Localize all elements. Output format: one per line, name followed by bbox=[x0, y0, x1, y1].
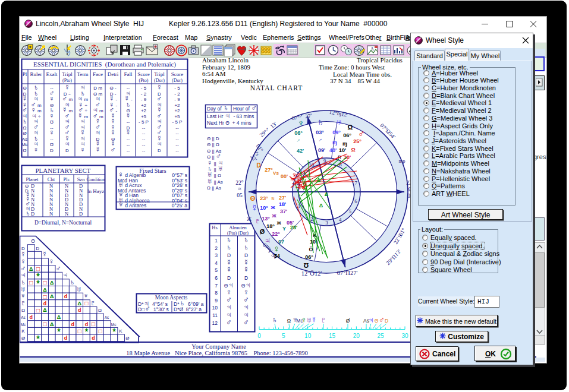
svg-text:+5: +5 bbox=[141, 114, 147, 119]
svg-text:10: 10 bbox=[212, 305, 218, 311]
svg-text:d: d bbox=[64, 335, 68, 341]
svg-text:25: 25 bbox=[378, 333, 385, 339]
svg-text:Ж: Ж bbox=[271, 213, 276, 219]
svg-text:09°: 09° bbox=[332, 129, 341, 135]
svg-text:--: -- bbox=[50, 137, 54, 142]
svg-text:27°: 27° bbox=[265, 167, 273, 173]
svg-text:♅: ♅ bbox=[335, 116, 342, 127]
svg-text:25°: 25° bbox=[353, 138, 361, 144]
svg-text:18°: 18° bbox=[266, 223, 275, 229]
svg-text:K: K bbox=[119, 328, 122, 334]
svg-text:40': 40' bbox=[329, 147, 337, 153]
svg-text:☿: ☿ bbox=[251, 203, 258, 213]
svg-text:♀: ♀ bbox=[49, 94, 54, 103]
svg-text:☿: ☿ bbox=[64, 83, 70, 91]
svg-text:--: -- bbox=[127, 119, 130, 125]
svg-text:Exalt: Exalt bbox=[46, 71, 58, 77]
svg-text:♀: ♀ bbox=[33, 146, 39, 154]
svg-text:D: D bbox=[50, 148, 54, 153]
svg-text:06°: 06° bbox=[305, 254, 313, 260]
svg-text:NATAL CHART: NATAL CHART bbox=[250, 84, 303, 91]
svg-text:Mc: Mc bbox=[111, 323, 117, 327]
svg-text:*: * bbox=[57, 327, 61, 336]
svg-text:≈: ≈ bbox=[238, 186, 241, 192]
svg-text:N: N bbox=[65, 211, 68, 217]
svg-text:7: 7 bbox=[215, 283, 218, 289]
svg-text:Ʊ: Ʊ bbox=[50, 119, 54, 125]
svg-text:D: D bbox=[158, 148, 161, 153]
svg-text:Term: Term bbox=[77, 71, 89, 77]
svg-text:□: □ bbox=[43, 279, 47, 286]
svg-text:☿: ☿ bbox=[125, 112, 131, 120]
svg-text:♂: ♂ bbox=[358, 128, 365, 138]
svg-text:Hs: Hs bbox=[212, 225, 217, 230]
svg-text:5: 5 bbox=[215, 267, 218, 273]
svg-text:D m: D m bbox=[93, 86, 102, 91]
svg-text:N: N bbox=[49, 211, 53, 217]
svg-text:☿: ☿ bbox=[311, 315, 317, 324]
svg-text:Face: Face bbox=[93, 71, 103, 77]
svg-text:D: D bbox=[65, 148, 69, 153]
svg-text:□: □ bbox=[36, 307, 40, 314]
svg-text:♇: ♇ bbox=[254, 216, 261, 226]
svg-text:Δ: Δ bbox=[57, 314, 61, 320]
svg-text:Score: Score bbox=[137, 71, 150, 77]
svg-text:D=Diurnal, N=Nocturnal: D=Diurnal, N=Nocturnal bbox=[34, 220, 92, 226]
svg-text:37': 37' bbox=[280, 208, 287, 214]
svg-text:Score: Score bbox=[171, 71, 184, 77]
svg-text:6: 6 bbox=[354, 198, 357, 204]
svg-text:□: □ bbox=[29, 279, 33, 286]
svg-text:D: D bbox=[36, 246, 39, 251]
svg-text:5: 5 bbox=[282, 333, 285, 339]
svg-text:As: As bbox=[21, 315, 26, 320]
svg-text:♃: ♃ bbox=[156, 140, 162, 148]
svg-text:Δ: Δ bbox=[43, 287, 47, 293]
svg-text:Ö: Ö bbox=[309, 246, 313, 252]
svg-text:--: -- bbox=[142, 142, 146, 147]
svg-text:Ω: Ω bbox=[287, 318, 291, 324]
svg-text:♃: ♃ bbox=[368, 315, 374, 324]
svg-text:--: -- bbox=[175, 125, 179, 131]
svg-text:♂: ♂ bbox=[243, 318, 249, 327]
svg-text:Ø: Ø bbox=[23, 131, 26, 136]
svg-text:Ø: Ø bbox=[125, 336, 129, 341]
svg-text:*: * bbox=[112, 327, 116, 336]
svg-text:☿: ☿ bbox=[125, 128, 131, 137]
svg-text:Δ: Δ bbox=[317, 177, 321, 183]
svg-text:- 5: - 5 bbox=[174, 86, 180, 91]
svg-text:12°Ö12': 12°Ö12' bbox=[301, 270, 322, 277]
svg-text:d: d bbox=[30, 314, 33, 320]
svg-text:Almuten: Almuten bbox=[229, 225, 247, 230]
svg-text:30': 30' bbox=[344, 154, 351, 160]
svg-text:Ω || As: Ω || As bbox=[207, 185, 221, 191]
svg-text:d: d bbox=[78, 307, 81, 313]
svg-text:Tropical Placidus: Tropical Placidus bbox=[357, 58, 403, 64]
svg-text:♄: ♄ bbox=[70, 278, 75, 286]
svg-text:Ω: Ω bbox=[23, 125, 27, 131]
svg-text:☿: ☿ bbox=[42, 250, 47, 258]
svg-text:Ʊ: Ʊ bbox=[304, 262, 309, 269]
svg-text:+2: +2 bbox=[141, 108, 147, 113]
svg-text:54: 54 bbox=[274, 253, 280, 259]
svg-text:d: d bbox=[85, 321, 89, 327]
svg-text:♂: ♂ bbox=[110, 146, 115, 154]
svg-text:D: D bbox=[256, 162, 260, 169]
svg-text:18 Maple Avenue Nice Place,: 18 Maple Avenue Nice Place, California 9… bbox=[126, 350, 307, 356]
svg-text:Ø: Ø bbox=[260, 228, 265, 235]
svg-text:☿: ☿ bbox=[226, 265, 232, 274]
svg-text:Ʊ: Ʊ bbox=[50, 142, 54, 147]
svg-text:Szn: Szn bbox=[77, 176, 86, 182]
svg-text:23°: 23° bbox=[260, 195, 268, 201]
svg-text:4: 4 bbox=[215, 260, 218, 266]
svg-text:Ω: Ω bbox=[21, 308, 25, 313]
svg-text:D: D bbox=[31, 211, 34, 217]
svg-text:4: 4 bbox=[339, 217, 342, 223]
svg-text:PLANETARY SECT: PLANETARY SECT bbox=[35, 167, 90, 174]
svg-text:□: □ bbox=[92, 321, 95, 327]
svg-text:d: d bbox=[43, 301, 47, 306]
svg-text:10: 10 bbox=[304, 333, 312, 339]
svg-text:D: D bbox=[79, 211, 83, 217]
svg-text:0: 0 bbox=[257, 333, 261, 339]
svg-text:In Hayz: In Hayz bbox=[87, 188, 105, 194]
svg-text:□: □ bbox=[84, 300, 88, 306]
